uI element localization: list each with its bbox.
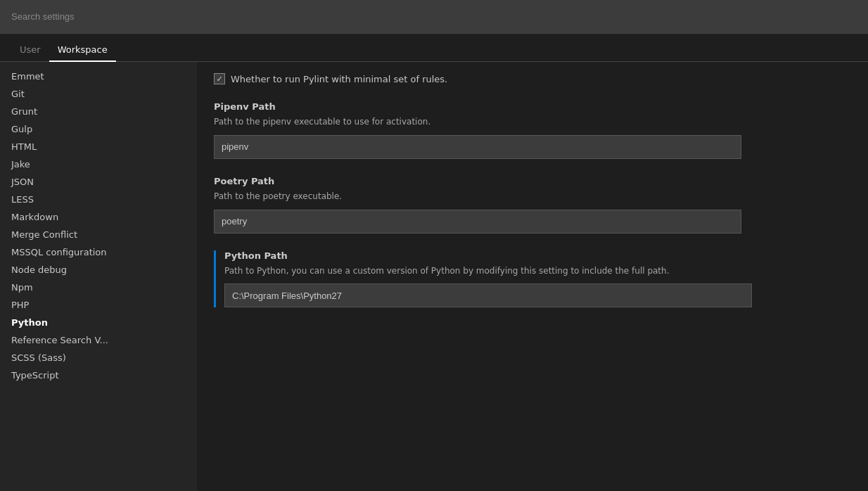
pipenv-path-description: Path to the pipenv executable to use for… xyxy=(214,116,851,128)
sidebar-item-npm[interactable]: Npm xyxy=(0,279,197,296)
sidebar-item-less[interactable]: LESS xyxy=(0,191,197,208)
sidebar-item-php[interactable]: PHP xyxy=(0,296,197,314)
python-path-description: Path to Python, you can use a custom ver… xyxy=(224,265,851,277)
sidebar-item-emmet[interactable]: Emmet xyxy=(0,68,197,85)
sidebar-item-node-debug[interactable]: Node debug xyxy=(0,261,197,279)
python-path-title: Python Path xyxy=(224,250,851,261)
sidebar-item-typescript[interactable]: TypeScript xyxy=(0,366,197,384)
pylint-checkbox-row: Whether to run Pylint with minimal set o… xyxy=(214,73,851,84)
pipenv-path-section: Pipenv Path Path to the pipenv executabl… xyxy=(214,101,851,159)
sidebar-item-markdown[interactable]: Markdown xyxy=(0,208,197,226)
search-input[interactable] xyxy=(0,0,868,33)
sidebar-item-gulp[interactable]: Gulp xyxy=(0,120,197,138)
pylint-checkbox-label: Whether to run Pylint with minimal set o… xyxy=(231,74,447,84)
sidebar-item-jake[interactable]: Jake xyxy=(0,155,197,173)
pipenv-path-title: Pipenv Path xyxy=(214,101,851,112)
sidebar-item-scss[interactable]: SCSS (Sass) xyxy=(0,349,197,366)
poetry-path-description: Path to the poetry executable. xyxy=(214,191,851,203)
content-area: Whether to run Pylint with minimal set o… xyxy=(197,62,868,491)
poetry-path-section: Poetry Path Path to the poetry executabl… xyxy=(214,176,851,234)
tabs-bar: User Workspace xyxy=(0,34,868,62)
poetry-path-title: Poetry Path xyxy=(214,176,851,186)
sidebar-item-mssql[interactable]: MSSQL configuration xyxy=(0,243,197,261)
python-path-input[interactable] xyxy=(224,283,752,307)
sidebar-item-python[interactable]: Python xyxy=(0,314,197,331)
sidebar: Emmet Git Grunt Gulp HTML Jake JSON LESS… xyxy=(0,62,197,491)
tab-workspace[interactable]: Workspace xyxy=(49,39,116,62)
pipenv-path-input[interactable] xyxy=(214,135,741,159)
search-bar xyxy=(0,0,868,34)
sidebar-item-merge-conflict[interactable]: Merge Conflict xyxy=(0,226,197,243)
sidebar-item-reference-search[interactable]: Reference Search V... xyxy=(0,331,197,349)
poetry-path-input[interactable] xyxy=(214,210,741,234)
python-path-section: Python Path Path to Python, you can use … xyxy=(214,250,851,308)
tab-user[interactable]: User xyxy=(11,39,49,62)
sidebar-item-html[interactable]: HTML xyxy=(0,138,197,155)
sidebar-item-json[interactable]: JSON xyxy=(0,173,197,191)
sidebar-item-grunt[interactable]: Grunt xyxy=(0,103,197,120)
pylint-checkbox[interactable] xyxy=(214,73,225,84)
sidebar-item-git[interactable]: Git xyxy=(0,85,197,103)
main-layout: Emmet Git Grunt Gulp HTML Jake JSON LESS… xyxy=(0,62,868,491)
